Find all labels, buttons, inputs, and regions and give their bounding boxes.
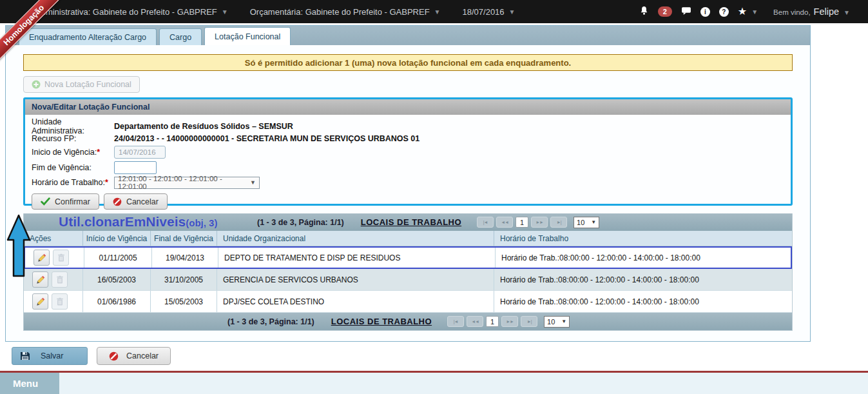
main-container: Enquadramento Alteração Cargo Cargo Lota… [5,25,811,342]
topbar: Administrativa: Gabinete do Prefeito - G… [0,0,868,23]
footer: Menu [0,371,868,394]
welcome-text: Bem vindo, [773,8,811,16]
current-date: 18/07/2016 [463,7,505,17]
plus-icon [32,80,41,89]
chevron-down-icon: ▼ [434,8,441,15]
cancelar-form-button[interactable]: Cancelar [104,193,168,210]
first-page-button[interactable]: |◄ [477,217,494,228]
recurso-fp-value: 24/04/2013 - - 14000000000001 - SECRETAR… [114,134,420,143]
lotacao-form-panel: Nova/Editar Lotação Funcional Unidade Ad… [23,97,793,206]
page-size-select[interactable]: 10 ▼ [574,217,599,228]
horario-trabalho-label: Horário de Trabalho:* [32,178,114,187]
delete-button [53,250,69,266]
chevron-down-icon: ▼ [509,8,516,15]
locais-trabalho-table: Util.clonarEmNiveis(obj, 3) (1 - 3 de 3,… [23,213,793,331]
next-page-button[interactable]: ►► [531,217,548,228]
date-selector[interactable]: 18/07/2016 ▼ [463,7,516,17]
admin-context-label: Administrativa: Gabinete do Prefeito - G… [35,7,217,17]
page-size-select[interactable]: 10 ▼ [544,316,570,328]
confirmar-label: Confirmar [55,197,90,206]
table-scroller-bottom: (1 - 3 de 3, Página: 1/1) LOCAIS DE TRAB… [24,313,792,330]
required-asterisk: * [105,178,108,187]
save-icon [20,351,30,361]
pagination-summary: (1 - 3 de 3, Página: 1/1) [227,317,314,326]
next-page-button[interactable]: ►► [501,316,518,327]
current-page: 1 [516,217,528,228]
help-icon[interactable]: ? [719,7,729,17]
bell-icon[interactable] [639,6,649,17]
last-page-button[interactable]: ►| [521,316,537,327]
chevron-down-icon: ▼ [250,179,256,186]
notification-badge[interactable]: 2 [658,6,672,17]
edit-button[interactable] [32,271,48,288]
fim-vigencia-input[interactable] [114,161,157,174]
chat-icon[interactable] [681,6,691,17]
cell-unidade: DPJ/SEC COLETA DESTINO [217,291,494,312]
tab-cargo[interactable]: Cargo [159,28,202,45]
pencil-icon [36,275,45,284]
check-icon [41,197,50,206]
user-menu[interactable]: Bem vindo, Felipe ▼ [773,6,850,17]
cell-horario: Horário de Trab.:08:00:00 - 12:00:00 - 1… [494,291,792,312]
trash-icon [56,275,64,284]
delete-button [52,271,68,288]
edit-button[interactable] [32,293,48,310]
star-icon: ★ [738,6,747,17]
context-admin-selector[interactable]: Administrativa: Gabinete do Prefeito - G… [35,7,228,17]
tab-content: Só é permitido adicionar 1 (uma) nova lo… [6,45,810,344]
cell-inicio: 01/11/2005 [84,248,152,268]
chevron-down-icon: ▼ [561,319,566,324]
menu-button[interactable]: Menu [0,373,59,394]
table-row[interactable]: 16/05/2003 31/10/2005 GERENCIA DE SERVIC… [24,269,792,291]
horario-selected-value: 12:01:00 - 12:01:00 - 12:01:00 - 12:01:0… [118,175,246,190]
table-title[interactable]: LOCAIS DE TRABALHO [361,217,461,227]
inicio-vigencia-label: Inicio de Vigência:* [32,148,114,157]
required-asterisk: * [97,148,100,157]
last-page-button[interactable]: ►| [550,217,567,228]
prev-page-button[interactable]: ◄◄ [496,217,513,228]
fim-vigencia-label: Fim de Vigência: [32,163,114,172]
cancelar-page-label: Cancelar [126,351,159,360]
cell-final: 19/04/2013 [152,248,218,268]
page-size-value: 10 [577,219,584,226]
tab-enquadramento-alteracao-cargo[interactable]: Enquadramento Alteração Cargo [19,28,157,45]
pencil-icon [37,253,46,262]
new-lotacao-button: Nova Lotação Funcional [23,76,140,93]
first-page-button[interactable]: |◄ [447,316,464,327]
prev-page-button[interactable]: ◄◄ [467,316,483,327]
context-budget-selector[interactable]: Orçamentária: Gabinete do Prefeito - GAB… [250,7,441,17]
tab-lotacao-funcional[interactable]: Lotação Funcional [204,27,291,45]
panel-title: Nova/Editar Lotação Funcional [25,99,791,115]
trash-icon [57,253,65,262]
header-final-vigencia: Final de Vigência [151,231,217,246]
table-row[interactable]: 01/11/2005 19/04/2013 DEPTO DE TRATAMENT… [24,246,792,269]
page-size-value: 10 [547,318,555,326]
inicio-vigencia-input [114,146,166,159]
cell-horario: Horário de Trab.:08:00:00 - 12:00:00 - 1… [494,269,792,290]
cell-unidade: GERENCIA DE SERVICOS URBANOS [217,269,494,290]
budget-context-label: Orçamentária: Gabinete do Prefeito - GAB… [250,7,430,17]
confirmar-button[interactable]: Confirmar [32,193,99,210]
header-horario-trabalho: Horário de Trabalho [494,231,792,246]
block-icon [113,197,122,206]
cancelar-page-button[interactable]: Cancelar [97,347,171,365]
table-row[interactable]: 01/06/1986 15/05/2003 DPJ/SEC COLETA DES… [24,291,792,313]
block-icon [109,351,119,361]
header-inicio-vigencia: Início de Vigência [83,231,151,246]
chevron-down-icon: ▼ [844,9,850,16]
horario-trabalho-select[interactable]: 12:01:00 - 12:01:00 - 12:01:00 - 12:01:0… [114,177,260,189]
cancelar-form-label: Cancelar [126,197,159,206]
pencil-icon [36,297,45,306]
table-title[interactable]: LOCAIS DE TRABALHO [331,317,432,326]
favorites-menu[interactable]: ★ ▼ [738,6,758,17]
trash-icon [56,297,64,306]
cell-unidade: DEPTO DE TRATAMENTO E DISP DE RESIDUOS [218,248,496,268]
cell-inicio: 16/05/2003 [83,269,151,290]
chevron-down-icon: ▼ [222,8,228,15]
info-icon[interactable]: i [700,7,710,17]
header-acoes: Ações [24,231,83,246]
edit-button[interactable] [34,250,50,266]
salvar-button[interactable]: Salvar [12,347,88,365]
username: Felipe [814,6,840,17]
delete-button [52,293,68,310]
